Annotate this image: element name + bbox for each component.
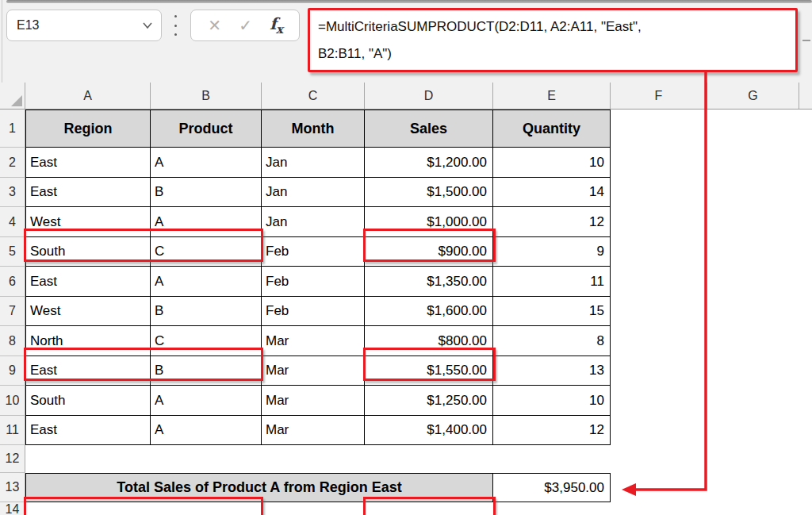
formula-bar[interactable]: =MultiCriteriaSUMPRODUCT(D2:D11, A2:A11,…: [308, 8, 798, 72]
table-row: 4 West A Jan $1,000.00 12: [0, 207, 812, 237]
cell-c12[interactable]: [262, 445, 365, 473]
cell-a2[interactable]: East: [25, 148, 151, 178]
cell-c3[interactable]: Jan: [262, 178, 365, 207]
column-header-e[interactable]: E: [493, 83, 611, 109]
cell-d9[interactable]: $1,550.00: [365, 356, 493, 386]
cell-e5[interactable]: 9: [493, 237, 611, 267]
cell-a7[interactable]: West: [25, 297, 151, 326]
cell-e2[interactable]: 10: [493, 148, 611, 178]
cell-b12[interactable]: [151, 445, 262, 473]
row-header-7[interactable]: 7: [0, 297, 25, 326]
cell-b11[interactable]: A: [151, 416, 262, 445]
chevron-down-icon[interactable]: [142, 20, 153, 31]
spreadsheet-grid: A B C D E F G 1 Region Product Month Sal…: [0, 83, 812, 515]
column-header-a[interactable]: A: [25, 83, 151, 109]
cell-b1[interactable]: Product: [151, 110, 262, 148]
row-header-9[interactable]: 9: [0, 356, 25, 386]
cell-a3[interactable]: East: [25, 178, 151, 207]
cell-b5[interactable]: C: [151, 237, 262, 267]
column-header-c[interactable]: C: [262, 83, 365, 109]
cell-d5[interactable]: $900.00: [365, 237, 493, 267]
cell-b10[interactable]: A: [151, 386, 262, 416]
cell-e1[interactable]: Quantity: [493, 110, 611, 148]
row-header-5[interactable]: 5: [0, 237, 25, 267]
row-header-11[interactable]: 11: [0, 416, 25, 445]
cell-e13-total-value[interactable]: $3,950.00: [493, 473, 611, 502]
column-header-f[interactable]: F: [611, 83, 707, 109]
row-header-4[interactable]: 4: [0, 207, 25, 237]
row-header-13[interactable]: 13: [0, 473, 25, 502]
cell-b7[interactable]: B: [151, 297, 262, 326]
cell-d12[interactable]: [365, 445, 493, 473]
cell-e12[interactable]: [493, 445, 611, 473]
cell-a10[interactable]: South: [25, 386, 151, 416]
cell-e7[interactable]: 15: [493, 297, 611, 326]
cell-e4[interactable]: 12: [493, 207, 611, 237]
cell-d11[interactable]: $1,400.00: [365, 416, 493, 445]
cell-e9[interactable]: 13: [493, 356, 611, 386]
name-box[interactable]: E13: [6, 10, 162, 41]
cell-a6[interactable]: East: [25, 267, 151, 297]
cell-e10[interactable]: 10: [493, 386, 611, 416]
column-header-b[interactable]: B: [151, 83, 262, 109]
cell-e8[interactable]: 8: [493, 326, 611, 356]
cell-e6[interactable]: 11: [493, 267, 611, 297]
enter-icon[interactable]: ✓: [239, 16, 252, 35]
cell-c10[interactable]: Mar: [262, 386, 365, 416]
cell-c7[interactable]: Feb: [262, 297, 365, 326]
cell-d2[interactable]: $1,200.00: [365, 148, 493, 178]
cell-a1[interactable]: Region: [25, 110, 151, 148]
cell-d8[interactable]: $800.00: [365, 326, 493, 356]
cell-d6[interactable]: $1,350.00: [365, 267, 493, 297]
column-header-g[interactable]: G: [707, 83, 799, 109]
table-row: 3 East B Jan $1,500.00 14: [0, 178, 812, 207]
select-all-corner[interactable]: [0, 83, 25, 109]
cell-b2[interactable]: A: [151, 148, 262, 178]
cell-d3[interactable]: $1,500.00: [365, 178, 493, 207]
cell-a13-total-label[interactable]: Total Sales of Product A from Region Eas…: [25, 473, 493, 502]
cell-e3[interactable]: 14: [493, 178, 611, 207]
cell-a12[interactable]: [25, 445, 151, 473]
cell-a9[interactable]: East: [25, 356, 151, 386]
cell-d10[interactable]: $1,250.00: [365, 386, 493, 416]
row-header-2[interactable]: 2: [0, 148, 25, 178]
cell-c8[interactable]: Mar: [262, 326, 365, 356]
row-header-1[interactable]: 1: [0, 110, 25, 148]
formula-buttons-group: ✕ ✓ fx: [190, 10, 300, 41]
cell-a11[interactable]: East: [25, 416, 151, 445]
cell-d1[interactable]: Sales: [365, 110, 493, 148]
table-row: 13 Total Sales of Product A from Region …: [0, 473, 812, 502]
cell-b3[interactable]: B: [151, 178, 262, 207]
ribbon-bottom-shadow: [6, 0, 812, 3]
cell-b6[interactable]: A: [151, 267, 262, 297]
cell-b9[interactable]: B: [151, 356, 262, 386]
row-header-3[interactable]: 3: [0, 178, 25, 207]
column-header-d[interactable]: D: [365, 83, 493, 109]
cell-a4[interactable]: West: [25, 207, 151, 237]
row-header-6[interactable]: 6: [0, 267, 25, 297]
cell-c2[interactable]: Jan: [262, 148, 365, 178]
formula-line-2: B2:B11, "A"): [318, 40, 787, 67]
insert-function-icon[interactable]: fx: [270, 14, 282, 37]
formula-bar-collapse-icon[interactable]: [802, 40, 810, 41]
row-header-10[interactable]: 10: [0, 386, 25, 416]
cell-e11[interactable]: 12: [493, 416, 611, 445]
cell-d4[interactable]: $1,000.00: [365, 207, 493, 237]
cell-d7[interactable]: $1,600.00: [365, 297, 493, 326]
cell-a8[interactable]: North: [25, 326, 151, 356]
cell-c1[interactable]: Month: [262, 110, 365, 148]
cancel-icon[interactable]: ✕: [208, 16, 221, 35]
cell-b4[interactable]: A: [151, 207, 262, 237]
cell-c6[interactable]: Feb: [262, 267, 365, 297]
table-row: 5 South C Feb $900.00 9: [0, 237, 812, 267]
cell-b8[interactable]: C: [151, 326, 262, 356]
table-row: 9 East B Mar $1,550.00 13: [0, 356, 812, 386]
cell-c11[interactable]: Mar: [262, 416, 365, 445]
cell-c5[interactable]: Feb: [262, 237, 365, 267]
cell-c4[interactable]: Jan: [262, 207, 365, 237]
row-header-8[interactable]: 8: [0, 326, 25, 356]
cell-c9[interactable]: Mar: [262, 356, 365, 386]
row-header-14[interactable]: 14: [0, 502, 25, 515]
row-header-12[interactable]: 12: [0, 445, 25, 473]
cell-a5[interactable]: South: [25, 237, 151, 267]
